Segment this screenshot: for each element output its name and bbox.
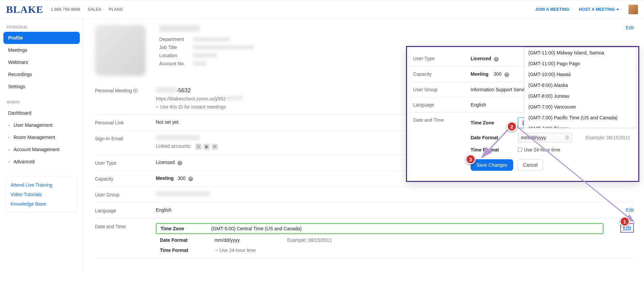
- chevron-down-icon: [616, 9, 619, 10]
- timeformat-check-label: Use 24-hour time: [524, 147, 560, 152]
- x-icon: ×: [215, 248, 218, 253]
- dateformat-value: mm/dd/yyyy: [521, 135, 546, 140]
- label-user-type: User Type: [95, 160, 156, 166]
- pmi-url-prefix: https://blakeschool.zoom.us/j/852: [156, 96, 226, 101]
- host-meeting-link[interactable]: HOST A MEETING: [579, 7, 619, 12]
- save-changes-button[interactable]: Save Changes: [471, 159, 513, 171]
- timezone-option[interactable]: (GMT-10:00) Hawaii: [524, 69, 636, 80]
- timezone-option[interactable]: (GMT-7:00) Pacific Time (US and Canada): [524, 112, 636, 123]
- row-language: Language English Edit: [95, 203, 634, 218]
- sidebar-heading-personal: PERSONAL: [3, 24, 80, 32]
- edit-language-link[interactable]: Edit: [626, 207, 634, 213]
- timeformat-checkbox[interactable]: Use 24-hour time: [518, 147, 560, 152]
- header-left: BLAKE 1.888.799.9666 SALES PLANS: [6, 4, 123, 15]
- annotation-marker-3: 3: [466, 154, 476, 164]
- help-live-training[interactable]: Attend Live Training: [9, 180, 74, 190]
- redacted-value: xxx: [193, 53, 217, 58]
- pmi-suffix: -5632: [176, 87, 191, 94]
- cancel-button[interactable]: Cancel: [517, 159, 544, 171]
- timezone-option[interactable]: (GMT-11:00) Midway Island, Samoa: [524, 47, 636, 58]
- linked-icon: ▣: [204, 144, 210, 150]
- field-label-jobtitle: Job Title: [159, 45, 193, 50]
- tz-sublabel: Time Zone: [161, 226, 184, 231]
- nav-sales[interactable]: SALES: [88, 7, 101, 12]
- sidebar-item-meetings[interactable]: Meetings: [3, 44, 80, 56]
- language-value: English: [156, 207, 603, 213]
- sidebar-item-advanced[interactable]: ›Advanced: [3, 156, 80, 168]
- dateformat-select[interactable]: mm/dd/yyyy ˇ: [518, 133, 572, 142]
- chevron-right-icon: ›: [8, 122, 11, 128]
- ov-capacity-meeting: Meeting: [471, 71, 488, 77]
- profile-photo[interactable]: [95, 25, 146, 76]
- capacity-value: 300: [178, 175, 186, 181]
- capacity-meeting: Meeting: [156, 175, 174, 181]
- user-avatar[interactable]: [628, 5, 638, 14]
- ov-label-datetime: Date and Time: [413, 117, 471, 123]
- sidebar-item-recordings[interactable]: Recordings: [3, 68, 80, 80]
- df-value: mm/dd/yyyy: [215, 237, 240, 243]
- timezone-option[interactable]: (GMT-8:00) Alaska: [524, 80, 636, 91]
- info-icon[interactable]: ?: [504, 72, 509, 77]
- ov-capacity-value: 300: [494, 71, 501, 77]
- sidebar-item-settings[interactable]: Settings: [3, 80, 80, 93]
- row-user-group: User Group xxxxx: [95, 187, 634, 203]
- tf-value: Use 24-hour time: [219, 248, 256, 253]
- ov-usertype-value: Licensed: [471, 56, 491, 61]
- help-knowledge-base[interactable]: Knowledge Base: [9, 199, 74, 209]
- ov-tf-label: Time Format: [471, 147, 518, 152]
- sidebar-item-webinars[interactable]: Webinars: [3, 56, 80, 68]
- label-date-time: Date and Time: [95, 223, 156, 229]
- info-icon[interactable]: ?: [188, 177, 193, 181]
- annotation-marker-2: 2: [507, 121, 517, 132]
- google-icon: G: [195, 144, 201, 150]
- timezone-option[interactable]: (GMT-7:00) Tijuana: [524, 123, 636, 128]
- info-icon[interactable]: ?: [177, 161, 182, 165]
- timezone-option[interactable]: (GMT-11:00) Pago Pago: [524, 58, 636, 69]
- nav-plans[interactable]: PLANS: [109, 7, 123, 12]
- timezone-option[interactable]: (GMT-8:00) Juneau: [524, 91, 636, 101]
- redacted-value: xxx: [226, 96, 243, 100]
- help-video-tutorials[interactable]: Video Tutorials: [9, 190, 74, 199]
- label-pmi: Personal Meeting ID: [95, 87, 156, 93]
- user-type-value: Licensed: [156, 160, 175, 165]
- field-label-location: Location: [159, 53, 193, 58]
- timezone-highlight-box: Time Zone (GMT-5:00) Central Time (US an…: [156, 223, 603, 234]
- label-signin-email: Sign-In Email: [95, 135, 156, 141]
- chevron-right-icon: ›: [8, 159, 11, 164]
- label-capacity: Capacity: [95, 175, 156, 182]
- sidebar-item-room-mgmt[interactable]: ›Room Management: [3, 131, 80, 143]
- edit-profile-link[interactable]: Edit: [626, 25, 634, 30]
- sso-icon: ✉: [212, 144, 218, 150]
- ov-label-language: Language: [413, 102, 471, 108]
- redacted-value: xxxxxx: [193, 37, 230, 42]
- x-icon: ×: [156, 104, 159, 110]
- sidebar-item-dashboard[interactable]: Dashboard: [3, 107, 80, 119]
- sidebar-item-user-mgmt[interactable]: ›User Management: [3, 119, 80, 131]
- sidebar: PERSONAL Profile Meetings Webinars Recor…: [0, 19, 84, 272]
- sidebar-item-acct-mgmt[interactable]: ›Account Management: [3, 143, 80, 156]
- field-label-accountno: Account No.: [159, 61, 193, 66]
- field-label-department: Department: [159, 37, 193, 42]
- redacted-value: xx: [193, 61, 207, 66]
- tz-value: (GMT-5:00) Central Time (US and Canada): [211, 226, 302, 231]
- header-right: JOIN A MEETING HOST A MEETING: [535, 5, 638, 14]
- redacted-value: xxxxx: [156, 191, 210, 196]
- timezone-option[interactable]: (GMT-7:00) Vancouver: [524, 101, 636, 112]
- join-meeting-link[interactable]: JOIN A MEETING: [535, 7, 569, 12]
- phone-number: 1.888.799.9666: [51, 7, 80, 12]
- brand-logo[interactable]: BLAKE: [6, 4, 43, 15]
- label-user-group: User Group: [95, 191, 156, 197]
- sidebar-item-profile[interactable]: Profile: [3, 32, 80, 44]
- timezone-dropdown-list[interactable]: (GMT-11:00) Midway Island, Samoa(GMT-11:…: [524, 47, 636, 128]
- ov-label-capacity: Capacity: [413, 71, 471, 77]
- chevron-right-icon: ›: [8, 135, 11, 140]
- info-icon[interactable]: ?: [494, 57, 499, 62]
- datetime-edit-overlay: (GMT-11:00) Midway Island, Samoa(GMT-11:…: [406, 46, 639, 182]
- checkbox-icon: [518, 148, 522, 152]
- ov-df-label: Date Format: [471, 135, 518, 140]
- label-personal-link: Personal Link: [95, 119, 156, 125]
- chevron-right-icon: ›: [8, 147, 11, 152]
- row-date-time: Date and Time Time Zone (GMT-5:00) Centr…: [95, 218, 634, 258]
- main-content: xxxxx Departmentxxxxxx Job Titlexxxxxx L…: [84, 19, 644, 272]
- top-header: BLAKE 1.888.799.9666 SALES PLANS JOIN A …: [0, 0, 644, 19]
